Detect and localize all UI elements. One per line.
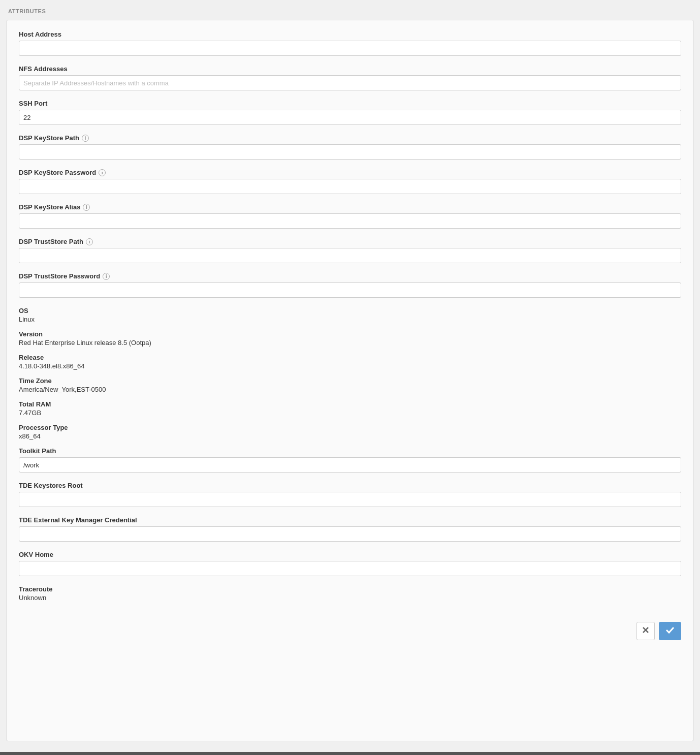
tde-ext-key-manager-group: TDE External Key Manager Credential: [19, 516, 681, 542]
okv-home-group: OKV Home: [19, 551, 681, 576]
dsp-keystore-password-label: DSP KeyStore Password i: [19, 169, 681, 176]
os-label: OS: [19, 307, 681, 314]
tde-keystores-root-input[interactable]: [19, 492, 681, 507]
dsp-keystore-alias-input[interactable]: [19, 213, 681, 229]
toolkit-path-group: Toolkit Path: [19, 447, 681, 473]
total-ram-field: Total RAM 7.47GB: [19, 400, 681, 417]
dsp-truststore-path-group: DSP TrustStore Path i: [19, 238, 681, 263]
dsp-truststore-path-label: DSP TrustStore Path i: [19, 238, 681, 245]
version-value: Red Hat Enterprise Linux release 8.5 (Oo…: [19, 339, 681, 347]
tde-keystores-root-group: TDE Keystores Root: [19, 482, 681, 507]
host-address-input[interactable]: [19, 41, 681, 56]
dsp-truststore-password-input[interactable]: [19, 282, 681, 298]
okv-home-label: OKV Home: [19, 551, 681, 558]
release-field: Release 4.18.0-348.el8.x86_64: [19, 354, 681, 370]
release-label: Release: [19, 354, 681, 361]
dsp-keystore-password-input[interactable]: [19, 179, 681, 194]
attributes-card: Host Address NFS Addresses SSH Port DSP …: [6, 20, 694, 741]
bottom-bar: [0, 752, 700, 755]
tde-ext-key-manager-input[interactable]: [19, 526, 681, 542]
footer-actions: [19, 617, 681, 640]
host-address-label: Host Address: [19, 30, 681, 38]
traceroute-value: Unknown: [19, 594, 681, 602]
traceroute-label: Traceroute: [19, 585, 681, 593]
processor-type-label: Processor Type: [19, 424, 681, 431]
processor-type-value: x86_64: [19, 432, 681, 440]
timezone-field: Time Zone America/New_York,EST-0500: [19, 377, 681, 393]
dsp-keystore-path-label: DSP KeyStore Path i: [19, 134, 681, 142]
cancel-button[interactable]: [637, 622, 655, 640]
dsp-keystore-password-group: DSP KeyStore Password i: [19, 169, 681, 194]
nfs-addresses-input[interactable]: [19, 75, 681, 90]
ssh-port-label: SSH Port: [19, 100, 681, 107]
host-address-group: Host Address: [19, 30, 681, 56]
ssh-port-input[interactable]: [19, 110, 681, 125]
toolkit-path-input[interactable]: [19, 457, 681, 473]
processor-type-field: Processor Type x86_64: [19, 424, 681, 440]
dsp-truststore-path-info-icon[interactable]: i: [86, 238, 93, 245]
nfs-addresses-label: NFS Addresses: [19, 65, 681, 73]
nfs-addresses-group: NFS Addresses: [19, 65, 681, 90]
dsp-keystore-path-input[interactable]: [19, 144, 681, 160]
total-ram-label: Total RAM: [19, 400, 681, 408]
version-field: Version Red Hat Enterprise Linux release…: [19, 330, 681, 347]
tde-ext-key-manager-label: TDE External Key Manager Credential: [19, 516, 681, 524]
os-field: OS Linux: [19, 307, 681, 323]
checkmark-icon: [665, 625, 675, 637]
timezone-label: Time Zone: [19, 377, 681, 385]
close-icon: [642, 626, 649, 636]
dsp-keystore-alias-group: DSP KeyStore Alias i: [19, 203, 681, 229]
timezone-value: America/New_York,EST-0500: [19, 386, 681, 393]
release-value: 4.18.0-348.el8.x86_64: [19, 362, 681, 370]
ssh-port-group: SSH Port: [19, 100, 681, 125]
version-label: Version: [19, 330, 681, 338]
confirm-button[interactable]: [659, 622, 681, 640]
okv-home-input[interactable]: [19, 561, 681, 576]
page-title: ATTRIBUTES: [8, 8, 46, 14]
total-ram-value: 7.47GB: [19, 409, 681, 417]
traceroute-field: Traceroute Unknown: [19, 585, 681, 602]
dsp-truststore-password-group: DSP TrustStore Password i: [19, 272, 681, 298]
dsp-truststore-password-info-icon[interactable]: i: [103, 273, 110, 280]
os-value: Linux: [19, 316, 681, 323]
tde-keystores-root-label: TDE Keystores Root: [19, 482, 681, 489]
dsp-keystore-path-info-icon[interactable]: i: [82, 135, 89, 142]
dsp-keystore-alias-info-icon[interactable]: i: [83, 204, 90, 211]
dsp-keystore-alias-label: DSP KeyStore Alias i: [19, 203, 681, 211]
toolkit-path-label: Toolkit Path: [19, 447, 681, 455]
dsp-truststore-password-label: DSP TrustStore Password i: [19, 272, 681, 280]
page-header: ATTRIBUTES: [0, 0, 700, 20]
dsp-truststore-path-input[interactable]: [19, 248, 681, 263]
dsp-keystore-path-group: DSP KeyStore Path i: [19, 134, 681, 160]
dsp-keystore-password-info-icon[interactable]: i: [99, 169, 106, 176]
